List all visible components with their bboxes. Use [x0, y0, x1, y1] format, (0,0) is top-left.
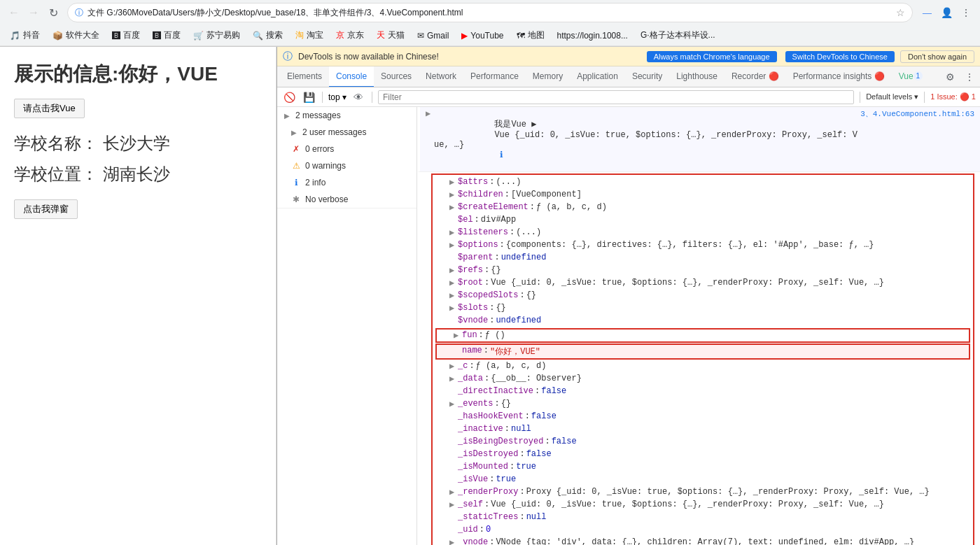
tree-item-root: ▶ $root : Vue {_uid: 0, _isVue: true, $o… [433, 277, 973, 290]
default-levels-dropdown[interactable]: Default levels ▾ [866, 92, 918, 101]
tree-item-isdestroyed: ▶ _isDestroyed : false [433, 448, 973, 461]
top-context[interactable]: top ▾ [328, 92, 346, 102]
bookmark-suning[interactable]: 🛒 苏宁易购 [189, 28, 244, 43]
bookmark-taobao[interactable]: 淘 淘宝 [291, 28, 328, 43]
maps-icon: 🗺 [517, 31, 525, 41]
sidebar-item-all-messages[interactable]: ▶ 2 messages [277, 107, 416, 124]
tree-value: undefined [501, 253, 547, 262]
baidu2-icon: 🅱 [153, 31, 161, 41]
bookmark-tmall[interactable]: 天 天猫 [372, 28, 409, 43]
tree-item-data: ▶ _data : {__ob__: Observer} [433, 373, 973, 385]
tree-key: _self [458, 500, 483, 509]
issue-badge[interactable]: 1 Issue: 🔴 1 [930, 92, 976, 101]
expand-arrow-icon[interactable]: ▶ [449, 487, 458, 497]
clear-console-button[interactable]: 🚫 [281, 90, 297, 105]
forward-button[interactable]: → [25, 4, 42, 21]
expand-arrow-icon[interactable]: ▶ [454, 330, 462, 341]
popup-button[interactable]: 点击我弹窗 [14, 199, 78, 219]
expand-arrow-icon[interactable]: ▶ [449, 177, 458, 187]
bookmark-search[interactable]: 🔍 搜索 [248, 28, 287, 43]
sidebar-item-errors[interactable]: ✗ 0 errors [277, 141, 416, 157]
back-button[interactable]: ← [6, 4, 22, 21]
bookmark-maps[interactable]: 🗺 地图 [512, 28, 549, 43]
settings-button[interactable]: ⚙ [942, 69, 958, 85]
preserve-log-button[interactable]: 💾 [301, 90, 316, 105]
bookmark-gmail[interactable]: ✉ Gmail [413, 29, 453, 42]
switch-devtools-button[interactable]: Switch DevTools to Chinese [785, 51, 895, 62]
arrow-icon: ▶ [291, 129, 298, 136]
console-line-vue-source[interactable]: 3、4.VueComponent.html:63 [860, 108, 974, 119]
expand-arrow-icon[interactable]: ▶ [449, 227, 458, 238]
tab-sources[interactable]: Sources [374, 66, 419, 87]
tab-application[interactable]: Application [570, 66, 625, 87]
bookmark-software[interactable]: 📦 软件大全 [48, 28, 104, 43]
bookmark-baidu1[interactable]: 🅱 百度 [108, 28, 144, 43]
tree-item-refs: ▶ $refs : {} [433, 264, 973, 277]
tab-recorder[interactable]: Recorder 🔴 [724, 66, 786, 87]
sidebar-item-info[interactable]: ℹ 2 info [277, 174, 416, 191]
tab-performance[interactable]: Performance [463, 66, 526, 87]
tab-security[interactable]: Security [625, 66, 669, 87]
dont-show-again-button[interactable]: Don't show again [900, 50, 974, 63]
expand-arrow-icon[interactable]: ▶ [449, 537, 458, 545]
tree-colon: : [519, 487, 524, 497]
tree-key: $listeners [458, 227, 508, 237]
tree-key: name [462, 346, 482, 355]
tab-memory[interactable]: Memory [526, 66, 570, 87]
tree-value: null [526, 512, 547, 522]
expand-arrow-icon[interactable]: ▶ [449, 278, 458, 288]
tree-item-self: ▶ _self : Vue {_uid: 0, _isVue: true, $o… [433, 499, 973, 511]
vue-info-icon[interactable]: ℹ [494, 150, 503, 160]
click-vue-button[interactable]: 请点击我Vue [14, 99, 85, 118]
bookmark-baidu2[interactable]: 🅱 百度 [148, 28, 185, 43]
expand-arrow-icon[interactable]: ▶ [449, 399, 458, 409]
tree-colon: : [519, 512, 524, 522]
sidebar-item-verbose[interactable]: ✱ No verbose [277, 191, 416, 208]
tree-item-c: ▶ _c : ƒ (a, b, c, d) [433, 360, 973, 373]
bookmark-douyin[interactable]: 🎵 抖音 [6, 28, 44, 43]
expand-arrow-icon[interactable]: ▶ [449, 265, 458, 276]
no-expand-icon: ▶ [449, 474, 458, 485]
tree-value: "你好，VUE" [490, 346, 540, 358]
match-language-button[interactable]: Always match Chrome's language [647, 51, 777, 62]
tab-vue[interactable]: Vue 1 [892, 66, 930, 87]
bookmark-csdn[interactable]: G·格子达本科毕设... [636, 28, 720, 43]
address-bar[interactable]: ⓘ 文件 G:/360MoveData/Users/静小文/Desktop/vu… [67, 3, 913, 22]
expand-arrow-icon[interactable]: ▶ [449, 361, 458, 371]
bookmark-youtube[interactable]: ▶ YouTube [457, 29, 507, 42]
tab-elements[interactable]: Elements [280, 66, 329, 87]
expand-arrow-icon[interactable]: ▶ [449, 374, 458, 384]
expand-arrow-icon[interactable]: ▶ [449, 202, 458, 213]
expand-arrow-icon[interactable]: ▶ [449, 303, 458, 313]
bookmark-star-icon[interactable]: ☆ [896, 7, 905, 18]
tree-value: {} [491, 265, 500, 275]
reload-button[interactable]: ↻ [45, 4, 62, 21]
tree-colon: : [479, 330, 484, 340]
tree-value: ƒ (a, b, c, d) [536, 202, 607, 212]
expand-arrow-icon[interactable]: ▶ [426, 108, 434, 119]
tab-lighthouse[interactable]: Lighthouse [669, 66, 724, 87]
tree-item-attrs: ▶ $attrs : (...) [433, 176, 973, 189]
expand-arrow-icon[interactable]: ▶ [449, 500, 458, 510]
sidebar-item-warnings[interactable]: ⚠ 0 warnings [277, 157, 416, 174]
profile-button[interactable]: 👤 [938, 4, 955, 21]
browser-chrome: ← → ↻ ⓘ 文件 G:/360MoveData/Users/静小文/Desk… [0, 0, 980, 47]
bookmark-login[interactable]: https://login.1008... [553, 29, 632, 42]
expand-arrow-icon[interactable]: ▶ [449, 190, 458, 200]
tab-network[interactable]: Network [419, 66, 463, 87]
tree-key: $parent [458, 253, 493, 262]
tab-performance-insights[interactable]: Performance insights 🔴 [786, 66, 892, 87]
expand-arrow-icon[interactable]: ▶ [449, 240, 458, 250]
secure-icon: ⓘ [75, 7, 83, 19]
tree-value: ƒ () [485, 330, 505, 340]
bookmark-jd[interactable]: 京 京东 [332, 28, 368, 43]
tab-console[interactable]: Console [329, 66, 374, 87]
sidebar-item-user-messages[interactable]: ▶ 2 user messages [277, 124, 416, 141]
expand-arrow-icon[interactable]: ▶ [449, 290, 458, 301]
filter-input[interactable] [378, 90, 854, 104]
extensions-button[interactable]: ⸻ [918, 4, 935, 21]
more-tabs-button[interactable]: ⋮ [962, 69, 977, 85]
tree-colon: : [489, 537, 494, 545]
more-options-button[interactable]: ⋮ [958, 4, 974, 21]
eye-button[interactable]: 👁 [351, 90, 366, 105]
